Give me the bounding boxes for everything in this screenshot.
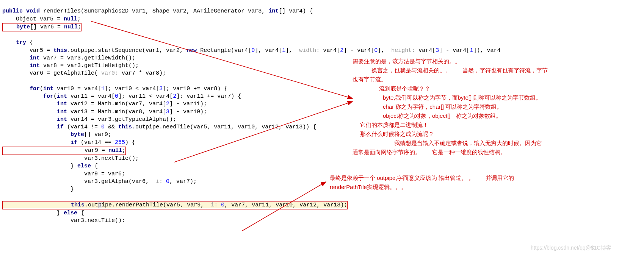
kw-byte: byte: [3, 24, 30, 30]
l2c: ;: [77, 16, 81, 22]
kw-int2: int: [2, 55, 40, 61]
l7b: var7 = var3.getTileWidth();: [40, 55, 135, 61]
n3: 0: [374, 47, 378, 54]
kw-int3: int: [2, 62, 40, 69]
kw-for2: for: [2, 93, 53, 100]
kw-new: new: [186, 47, 197, 54]
l24: }: [2, 186, 74, 192]
n8: 0: [115, 93, 118, 100]
annotation-stream-note: 需要注意的是，该方法是与字节相关的。。 换言之，也就是与流相关的。。 当然，字符…: [353, 57, 641, 157]
l6i: ],: [285, 47, 296, 54]
kw-null: null: [64, 16, 77, 22]
l11b: (: [40, 86, 43, 92]
current-line: this.outpipe.renderPathTile(var5, var9, …: [2, 202, 348, 208]
élémentsa1p3: 也有字节流。: [353, 75, 641, 84]
kw-int5: int: [57, 93, 67, 100]
a1p5: byte,我们可以称之为字节，而byte[] 则称可以称之为字节数组。: [353, 93, 641, 102]
l9b: var7 * var8);: [122, 70, 166, 77]
l12b: (: [53, 93, 57, 100]
kw-int7: int: [2, 109, 67, 115]
kw-int: int: [268, 8, 279, 14]
kw-this3: this: [3, 202, 85, 208]
kw-int6: int: [2, 101, 67, 107]
sig-tail: [] var4) {: [279, 8, 313, 14]
n13: 0: [166, 178, 169, 185]
l22: var9 = var6;: [2, 171, 125, 177]
kw-public: public: [2, 8, 23, 14]
n4: 3: [436, 47, 439, 54]
l6j: var4[: [323, 47, 340, 54]
kw-if2: if: [2, 139, 77, 146]
l11d: var10 = var4[: [53, 86, 101, 92]
highlight-var9-null: var9 = null;: [2, 147, 126, 155]
l11h: ]; var10 += var8) {: [163, 86, 227, 92]
n1: 1: [282, 47, 285, 54]
a2p2: renderPathTile实现逻辑。。。: [330, 183, 618, 192]
a2p1: 最终是依赖于一个 outpipe,字面意义应该为 输出管道。 。 并调用它的: [330, 173, 618, 183]
l27a: }: [2, 210, 64, 216]
l3d: ;: [78, 24, 81, 30]
sig-text: renderTiles(SunGraphics2D var1, Shape va…: [40, 8, 268, 14]
kw-for1: for: [2, 86, 40, 92]
a1p10: 我猜想是当输入不确定或者说，输入无穷大的时候。因为它: [353, 139, 641, 148]
l6c: .outpipe.startSequence(var1, var2,: [67, 47, 186, 54]
l19c: ;: [122, 147, 125, 154]
kw-else2: else: [64, 210, 77, 216]
l20: var3.nextTile();: [2, 155, 139, 162]
l16d: &&: [105, 124, 118, 130]
a1p4: 流到底是个啥呢？？: [353, 84, 641, 93]
l26b: .out: [85, 202, 98, 208]
a1p2: 换言之，也就是与流相关的。。 当然，字符也有也有字符流，字节: [353, 66, 641, 75]
a1p1: 需要注意的是，该方法是与字节相关的。。: [353, 57, 641, 66]
l26b3: ipe: [102, 202, 112, 208]
hint-i2: i:: [207, 202, 221, 208]
l6o: var4[: [418, 47, 436, 54]
kw-this2: this: [118, 124, 132, 130]
highlight-renderPathTile: this.outpipe.renderPathTile(var5, var9, …: [2, 201, 348, 209]
kw-null3: null: [108, 147, 122, 154]
kw-int8: int: [2, 116, 67, 123]
l28: var3.nextTile();: [2, 217, 125, 224]
kw-void: void: [23, 8, 40, 14]
watermark: https://blog.csdn.net/qq@$1C博客: [531, 244, 611, 251]
n12: 0: [101, 124, 105, 130]
hint-var0: var0:: [98, 70, 122, 77]
l21c: {: [91, 163, 98, 169]
l12h: ]; var11 += var7) {: [176, 93, 241, 100]
a1p6: char 称之为字符，char[] 可以称之为字符数组。: [353, 102, 641, 111]
l9a: var6 = getAlphaTile(: [2, 70, 98, 77]
l13d: ] - var11);: [169, 101, 207, 107]
l17b: [] var9;: [84, 131, 111, 138]
kw-if: if: [2, 124, 64, 130]
l21a: }: [2, 163, 77, 169]
n7: 3: [159, 86, 163, 92]
caret: p: [98, 202, 102, 208]
l6l: ] - var4[: [343, 47, 374, 54]
l15b: var14 = var3.getTypicalAlpha();: [67, 116, 176, 123]
n255: 255: [115, 139, 125, 146]
l26c: .renderPathTile(var5, var9,: [112, 202, 207, 208]
l6q: ] - var4[: [439, 47, 470, 54]
l6a: var5 =: [2, 47, 53, 54]
a1p11: 通常是面向网络字节序的。 它是一种一维度的线性结构。: [353, 148, 641, 157]
l16b: (var14 !=: [64, 124, 101, 130]
l16f: .outpipe.needTile(var5, var11, var10, va…: [132, 124, 316, 130]
l26e: , var7, var11, var10, var12, var13);: [224, 202, 347, 208]
l23c: , var7);: [169, 178, 197, 185]
a1p8: 它们的本质都是二进制流！: [353, 120, 641, 130]
n11: 3: [166, 109, 169, 115]
l2a: Object var5 =: [2, 16, 64, 22]
kw-null2: null: [64, 24, 78, 30]
highlight-byte-var6: byte[] var6 = null;: [2, 23, 81, 31]
a1p9: 那么什么时候将之成为流呢？: [353, 130, 641, 139]
kw-else: else: [77, 163, 91, 169]
a1p7: object称之为对象，object[] 称之为对象数组。: [353, 111, 641, 120]
l19a: var9 =: [3, 147, 108, 154]
n10: 2: [166, 101, 169, 107]
hint-height: height:: [388, 47, 418, 54]
n9: 2: [173, 93, 176, 100]
l3b: [] var6 =: [30, 24, 64, 30]
l6n: ],: [378, 47, 388, 54]
kw-this: this: [53, 47, 67, 54]
n0: 0: [251, 47, 255, 54]
